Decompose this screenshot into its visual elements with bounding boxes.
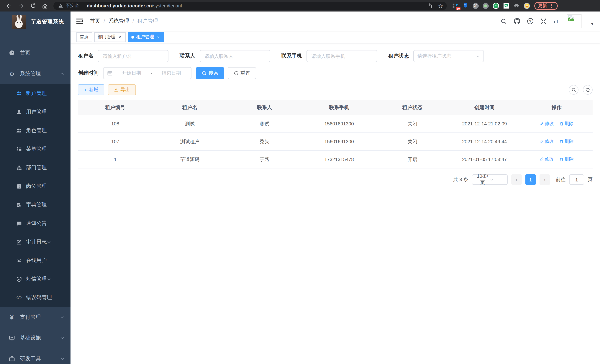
- goto-page-input[interactable]: [569, 174, 584, 185]
- sidebar-item-devtools[interactable]: 研发工具: [0, 348, 71, 364]
- browser-home-icon[interactable]: [42, 2, 48, 9]
- browser-back-icon[interactable]: [6, 2, 13, 9]
- sidebar-item-infra[interactable]: 基础设施: [0, 328, 71, 348]
- refresh-button[interactable]: [583, 85, 593, 95]
- contact-input[interactable]: [200, 50, 270, 62]
- sidebar-collapse-icon[interactable]: [76, 18, 83, 24]
- svg-text:?: ?: [529, 19, 532, 23]
- extension-y-icon[interactable]: Y: [493, 3, 499, 9]
- col-created: 创建时间: [449, 100, 520, 115]
- reset-button[interactable]: 重置: [228, 67, 256, 79]
- tenant-name-input[interactable]: [98, 50, 169, 62]
- export-button[interactable]: 导出: [108, 84, 136, 95]
- delete-link[interactable]: 删除: [559, 138, 573, 145]
- add-button[interactable]: + 新增: [78, 84, 104, 95]
- sidebar-item-tenant[interactable]: 租户管理: [0, 84, 71, 103]
- share-icon[interactable]: [426, 2, 433, 9]
- help-icon[interactable]: ?: [527, 18, 534, 25]
- chevron-up-icon: [60, 72, 65, 76]
- delete-link[interactable]: 删除: [559, 121, 573, 127]
- page-1-button[interactable]: 1: [525, 174, 536, 185]
- breadcrumb-home[interactable]: 首页: [90, 18, 100, 25]
- search-button[interactable]: 搜索: [196, 67, 224, 79]
- close-icon[interactable]: ×: [117, 34, 122, 39]
- url-bar[interactable]: 不安全 dashboard.yudao.iocoder.cn/system/te…: [53, 2, 447, 10]
- create-time-range-picker[interactable]: 开始日期 - 结束日期: [103, 67, 191, 79]
- create-time-label: 创建时间: [78, 70, 99, 76]
- sidebar-item-notice[interactable]: 通知公告: [0, 214, 71, 233]
- sidebar-logo[interactable]: 芋道管理系统: [0, 11, 71, 32]
- font-size-icon[interactable]: TT: [553, 18, 559, 24]
- range-separator: -: [151, 70, 152, 76]
- tag-tenant-active[interactable]: 租户管理 ×: [128, 32, 164, 42]
- edit-link[interactable]: 修改: [540, 138, 554, 145]
- browser-forward-icon[interactable]: [18, 2, 25, 9]
- extension-balloon-icon[interactable]: [462, 3, 469, 9]
- page-size-select[interactable]: 10条/页: [472, 174, 508, 185]
- broken-image-icon: [568, 15, 574, 21]
- extension-dot-icon[interactable]: [483, 3, 489, 9]
- fullscreen-icon[interactable]: [540, 18, 547, 24]
- sidebar-item-label: 岗位管理: [26, 183, 47, 190]
- extension-chat-icon[interactable]: [503, 3, 509, 9]
- chrome-update-button[interactable]: 更新 ⋮: [534, 2, 558, 10]
- github-icon[interactable]: [514, 18, 520, 25]
- cell-name: 测试租户: [152, 133, 227, 150]
- sidebar-item-audit-log[interactable]: 审计日志: [0, 233, 71, 251]
- edit-link[interactable]: 修改: [540, 156, 554, 162]
- cell-id: 108: [78, 115, 152, 133]
- col-tenant-id: 租户编号: [78, 100, 152, 115]
- tenant-table: 租户编号 租户名 联系人 联系手机 租户状态 创建时间 操作 108 测试: [78, 100, 593, 168]
- next-page-button[interactable]: ›: [540, 174, 550, 185]
- mobile-input[interactable]: [307, 50, 377, 62]
- dashboard-icon: [7, 50, 16, 56]
- code-icon: </>: [15, 296, 23, 300]
- avatar[interactable]: [567, 14, 581, 28]
- page-content: 租户名 联系人 联系手机 租户状态 请选择租户状态: [71, 43, 600, 364]
- chevron-down-icon: [47, 240, 51, 244]
- toggle-search-button[interactable]: [569, 85, 579, 95]
- sidebar-item-home[interactable]: 首页: [0, 43, 71, 64]
- sidebar-item-dept[interactable]: 部门管理: [0, 159, 71, 177]
- close-icon[interactable]: ×: [156, 34, 161, 39]
- status-select[interactable]: 请选择租户状态: [413, 50, 484, 62]
- chevron-down-icon: [476, 54, 480, 58]
- extension-emoji-icon[interactable]: [524, 3, 530, 9]
- edit-link[interactable]: 修改: [540, 121, 554, 127]
- breadcrumb-current: 租户管理: [137, 18, 158, 25]
- sidebar-item-dict[interactable]: 字典管理: [0, 196, 71, 214]
- monitor-icon: [7, 335, 16, 341]
- sidebar-item-post[interactable]: 岗位管理: [0, 177, 71, 196]
- status-label: 租户状态: [388, 53, 409, 59]
- breadcrumb: 首页 / 系统管理 / 租户管理: [90, 18, 158, 25]
- search-icon[interactable]: [501, 18, 507, 24]
- extension-command-icon[interactable]: ⌘: [473, 3, 479, 9]
- prev-page-button[interactable]: ‹: [511, 174, 522, 185]
- chevron-down-icon: [47, 277, 51, 281]
- warning-icon: [57, 2, 64, 9]
- sidebar-item-online-users[interactable]: 在线用户: [0, 251, 71, 270]
- sidebar-item-user[interactable]: 用户管理: [0, 103, 71, 121]
- sidebar-item-error-code[interactable]: </> 错误码管理: [0, 288, 71, 307]
- breadcrumb-system[interactable]: 系统管理: [108, 18, 129, 25]
- bookmark-star-icon[interactable]: ☆: [438, 2, 443, 9]
- tag-dept[interactable]: 部门管理 ×: [94, 32, 126, 42]
- system-submenu: 租户管理 用户管理 角色管理: [0, 84, 71, 307]
- sidebar-item-role[interactable]: 角色管理: [0, 121, 71, 140]
- sidebar-item-menu[interactable]: 菜单管理: [0, 140, 71, 159]
- chrome-menu-kebab-icon[interactable]: ⋮: [549, 3, 554, 9]
- delete-link[interactable]: 删除: [559, 156, 573, 162]
- tag-home[interactable]: 首页: [76, 32, 92, 42]
- sidebar-item-sms[interactable]: 短信管理: [0, 270, 71, 288]
- cell-contact: 秃头: [227, 133, 302, 150]
- security-label[interactable]: 不安全: [66, 3, 79, 9]
- cell-status: 关闭: [376, 133, 449, 150]
- extension-puzzle-icon[interactable]: [514, 3, 520, 9]
- sidebar-item-system[interactable]: ⚙ 系统管理: [0, 64, 71, 84]
- goto-prefix: 前往: [556, 176, 565, 183]
- browser-reload-icon[interactable]: [30, 2, 36, 9]
- caret-down-icon[interactable]: ▼: [590, 22, 594, 26]
- sidebar-item-payment[interactable]: ¥ 支付管理: [0, 307, 71, 328]
- chevron-down-icon: [60, 357, 65, 361]
- extension-grid-icon[interactable]: 10: [452, 3, 458, 9]
